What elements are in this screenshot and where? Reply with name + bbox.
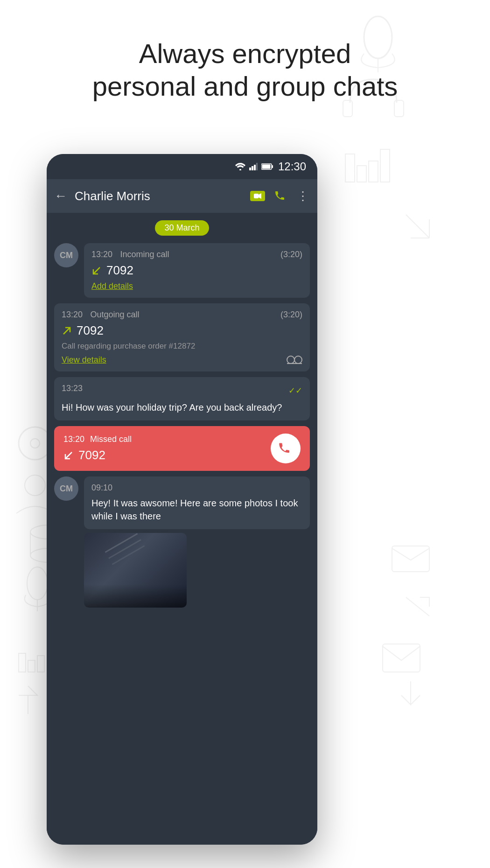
phone-mockup: 12:30 ← Charlie Morris ⋮ [47,154,317,845]
svg-rect-21 [28,660,35,672]
incoming-call-number-row: 7092 [91,263,302,278]
svg-rect-20 [19,653,26,672]
incoming-call-header: 13:20 Incoming call (3:20) [91,250,302,259]
svg-rect-26 [249,168,251,170]
svg-line-36 [63,328,70,334]
callback-button[interactable] [271,434,301,463]
svg-marker-34 [259,193,261,199]
status-icons [235,163,273,170]
app-bar-actions: ⋮ [250,189,310,203]
outgoing-call-number-row: 7092 [62,323,302,338]
text-msg-content: Hi! How was your holiday trip? Are you b… [62,402,282,413]
svg-rect-4 [345,154,355,182]
svg-rect-22 [37,656,44,672]
incoming-call-duration: (3:20) [280,250,302,259]
svg-rect-28 [254,165,256,170]
read-ticks-icon: ✓✓ [288,385,302,396]
incoming-msg-content: 09:10 Hey! It was awsome! Here are some … [84,476,310,608]
missed-call-type: Missed call [90,434,132,444]
svg-point-37 [287,356,294,364]
contact-name: Charlie Morris [75,189,243,203]
video-call-button[interactable] [250,191,265,201]
incoming-call-arrow-icon [91,266,102,276]
photo-thumbnail [84,533,187,608]
svg-rect-31 [272,165,273,168]
chat-area: 30 March CM 13:20 Incoming call (3:20) [47,213,317,845]
voice-call-button[interactable] [274,189,287,203]
svg-point-18 [27,567,48,600]
back-button[interactable]: ← [54,189,67,203]
svg-rect-7 [380,149,390,182]
outgoing-call-number: 7092 [77,323,104,338]
signal-icon [249,163,258,170]
call-detail-text: Call regarding purchase order #12872 [62,342,302,351]
battery-icon [261,163,273,170]
missed-call-number-row: 7092 [63,448,271,462]
voicemail-icon [287,355,302,365]
incoming-text-message: CM 09:10 Hey! It was awsome! Here are so… [54,476,310,608]
svg-line-35 [93,267,100,274]
missed-call-header: 13:20 Missed call [63,434,271,444]
svg-rect-32 [262,165,270,169]
missed-call-time: 13:20 [63,434,84,444]
outgoing-call-bubble: 13:20 Outgoing call (3:20) 7092 Call reg… [54,303,310,371]
svg-rect-2 [343,100,352,117]
incoming-call-bubble: 13:20 Incoming call (3:20) 7092 Add deta… [84,243,310,298]
missed-call-arrow-icon [63,450,74,461]
svg-point-13 [25,475,45,496]
svg-rect-27 [252,166,253,170]
status-bar: 12:30 [47,154,317,179]
missed-call-number: 7092 [78,448,105,462]
outgoing-text-bubble: 13:23 ✓✓ Hi! How was your holiday trip? … [54,377,310,420]
svg-point-12 [30,439,40,448]
status-time: 12:30 [278,160,306,173]
incoming-call-message: CM 13:20 Incoming call (3:20) 7092 [54,243,310,298]
missed-call-bubble: 13:20 Missed call 7092 [54,426,310,471]
incoming-text-bubble: 09:10 Hey! It was awsome! Here are some … [84,476,310,529]
svg-rect-3 [394,100,404,117]
outgoing-call-arrow-icon [62,326,72,336]
headline-line2: personal and group chats [92,71,398,101]
view-details-link[interactable]: View details [62,355,106,365]
svg-point-25 [239,169,241,170]
svg-rect-6 [369,161,378,182]
svg-rect-24 [383,644,420,672]
outgoing-call-header: 13:20 Outgoing call (3:20) [62,310,302,320]
svg-rect-5 [357,166,366,182]
incoming-call-type: Incoming call [120,250,169,259]
outgoing-call-time: 13:20 [62,310,83,319]
text-msg-time: 13:23 [62,384,83,393]
contact-avatar-2: CM [54,476,78,501]
contact-avatar: CM [54,243,78,267]
svg-line-40 [65,452,72,459]
outgoing-call-duration: (3:20) [280,310,302,320]
app-bar: ← Charlie Morris ⋮ [47,179,317,213]
svg-rect-29 [256,163,258,170]
incoming-msg-text: Hey! It was awsome! Here are some photos… [91,498,298,521]
svg-rect-23 [392,546,429,572]
more-options-button[interactable]: ⋮ [297,189,310,203]
add-details-link[interactable]: Add details [91,281,133,291]
svg-point-38 [294,356,302,364]
wifi-icon [235,163,245,170]
svg-rect-33 [254,194,259,198]
outgoing-call-type: Outgoing call [91,310,140,319]
headline: Always encrypted personal and group chat… [0,37,490,102]
missed-call-info: 13:20 Missed call 7092 [63,434,271,462]
incoming-msg-time: 09:10 [91,483,302,493]
date-badge: 30 March [155,220,209,236]
incoming-call-time: 13:20 [91,250,112,259]
svg-line-8 [406,215,429,238]
headline-line1: Always encrypted [139,38,351,69]
incoming-call-number: 7092 [106,263,133,278]
